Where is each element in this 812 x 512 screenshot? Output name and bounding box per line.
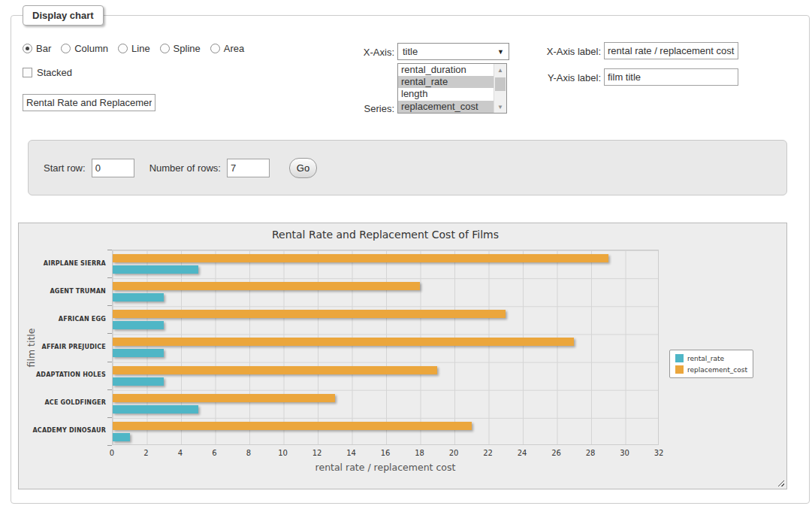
bar-replacement_cost[interactable] xyxy=(113,338,574,346)
scrollbar-down-icon[interactable]: ▼ xyxy=(494,101,506,113)
stacked-label: Stacked xyxy=(37,67,72,78)
legend-swatch xyxy=(675,354,684,362)
category-label: AFRICAN EGG xyxy=(19,316,106,323)
series-listbox[interactable]: rental_durationrental_ratelengthreplacem… xyxy=(397,63,507,114)
bar-replacement_cost[interactable] xyxy=(113,282,420,290)
x-tick-label: 16 xyxy=(370,449,400,457)
bar-replacement_cost[interactable] xyxy=(113,394,335,402)
category-label: ACADEMY DINOSAUR xyxy=(19,427,106,434)
legend-label: rental_rate xyxy=(687,355,724,362)
x-tick-label: 14 xyxy=(337,449,367,457)
y-axis-label-input[interactable] xyxy=(604,68,738,86)
y-axis-tick xyxy=(107,417,112,418)
category-label: ACE GOLDFINGER xyxy=(19,399,106,406)
x-axis-selected-value: title xyxy=(398,46,497,57)
stacked-checkbox[interactable] xyxy=(23,68,32,77)
number-of-rows-input[interactable] xyxy=(227,159,270,177)
chart-canvas: Rental Rate and Replacement Cost of Film… xyxy=(19,223,786,489)
chart-type-column[interactable]: Column xyxy=(61,43,108,54)
radio-icon[interactable] xyxy=(23,44,32,53)
x-tick-label: 18 xyxy=(405,449,435,457)
radio-icon[interactable] xyxy=(61,44,71,53)
x-tick-label: 22 xyxy=(473,449,503,457)
series-option-rental_rate[interactable]: rental_rate xyxy=(398,76,494,88)
legend-item-rental_rate[interactable]: rental_rate xyxy=(675,354,747,362)
y-axis-tick xyxy=(107,250,112,250)
category-label: ADAPTATION HOLES xyxy=(19,371,106,378)
bar-rental_rate[interactable] xyxy=(113,321,164,329)
series-option-replacement_cost[interactable]: replacement_cost xyxy=(398,101,494,113)
x-axis-label-input[interactable] xyxy=(604,42,738,59)
bar-rental_rate[interactable] xyxy=(113,433,130,441)
chart-type-line[interactable]: Line xyxy=(118,43,150,54)
chart-type-area[interactable]: Area xyxy=(210,43,244,54)
x-axis-select-label: X-Axis: xyxy=(315,47,394,58)
y-axis-tick xyxy=(107,333,112,334)
bar-replacement_cost[interactable] xyxy=(113,254,608,262)
y-axis-tick xyxy=(107,277,112,278)
chart-type-label: Line xyxy=(131,43,150,54)
bar-replacement_cost[interactable] xyxy=(113,366,437,374)
y-axis-tick xyxy=(107,389,112,390)
x-tick-label: 12 xyxy=(302,449,332,457)
chart-container: Rental Rate and Replacement Cost of Film… xyxy=(18,223,787,489)
chart-type-spline[interactable]: Spline xyxy=(160,43,201,54)
series-select-label: Series: xyxy=(315,103,394,114)
x-axis-title: rental rate / replacement cost xyxy=(112,462,659,473)
radio-icon[interactable] xyxy=(160,44,170,53)
row-controls: Start row: Number of rows: Go xyxy=(44,158,317,178)
go-button[interactable]: Go xyxy=(289,158,317,178)
x-tick-label: 2 xyxy=(131,449,161,457)
bar-replacement_cost[interactable] xyxy=(113,310,506,318)
x-tick-label: 26 xyxy=(542,449,572,457)
y-axis-tick xyxy=(107,362,112,362)
series-options: rental_durationrental_ratelengthreplacem… xyxy=(398,64,494,113)
chart-type-label: Column xyxy=(74,43,108,54)
series-option-rental_duration[interactable]: rental_duration xyxy=(398,64,494,76)
x-axis-label-label: X-Axis label: xyxy=(490,46,601,57)
y-axis-label-label: Y-Axis label: xyxy=(490,72,601,83)
x-tick-label: 28 xyxy=(575,449,605,457)
x-tick-label: 32 xyxy=(644,449,674,457)
x-tick-label: 8 xyxy=(234,449,264,457)
bar-replacement_cost[interactable] xyxy=(113,422,472,430)
category-label: AGENT TRUMAN xyxy=(19,288,106,295)
chart-type-label: Area xyxy=(224,43,244,54)
y-axis-tick xyxy=(107,445,112,446)
x-tick-label: 20 xyxy=(439,449,469,457)
bar-rental_rate[interactable] xyxy=(113,405,198,414)
legend-item-replacement_cost[interactable]: replacement_cost xyxy=(675,365,747,374)
start-row-label: Start row: xyxy=(44,162,86,174)
x-tick-label: 30 xyxy=(610,449,640,457)
plot-area xyxy=(112,250,659,445)
bar-rental_rate[interactable] xyxy=(113,377,164,386)
x-tick-label: 10 xyxy=(268,449,298,457)
page: Display chart BarColumnLineSplineArea St… xyxy=(0,0,812,512)
chart-type-radio-group: BarColumnLineSplineArea xyxy=(23,43,244,54)
chart-type-bar[interactable]: Bar xyxy=(23,43,51,54)
legend-swatch xyxy=(675,365,684,374)
chart-title-input[interactable] xyxy=(23,94,155,111)
x-tick-label: 0 xyxy=(97,449,127,457)
x-tick-label: 6 xyxy=(200,449,230,457)
y-axis-tick xyxy=(107,305,112,306)
fieldset-legend: Display chart xyxy=(23,5,104,26)
x-tick-label: 4 xyxy=(165,449,195,457)
resize-handle-icon[interactable] xyxy=(776,478,784,486)
bar-rental_rate[interactable] xyxy=(113,349,164,357)
series-option-length[interactable]: length xyxy=(398,88,494,100)
legend-label: replacement_cost xyxy=(687,366,747,374)
radio-icon[interactable] xyxy=(118,44,128,53)
category-label: AIRPLANE SIERRA xyxy=(19,260,106,267)
chart-title: Rental Rate and Replacement Cost of Film… xyxy=(112,229,659,241)
series-scrollbar[interactable]: ▲ ▼ xyxy=(494,64,506,113)
bar-rental_rate[interactable] xyxy=(113,293,164,301)
chart-type-label: Bar xyxy=(36,43,51,54)
number-of-rows-label: Number of rows: xyxy=(149,162,221,174)
start-row-input[interactable] xyxy=(92,159,134,177)
radio-icon[interactable] xyxy=(210,44,220,53)
stacked-row: Stacked xyxy=(23,67,72,78)
bar-rental_rate[interactable] xyxy=(113,265,198,274)
x-tick-label: 24 xyxy=(507,449,537,457)
category-label: AFFAIR PREJUDICE xyxy=(19,344,106,350)
